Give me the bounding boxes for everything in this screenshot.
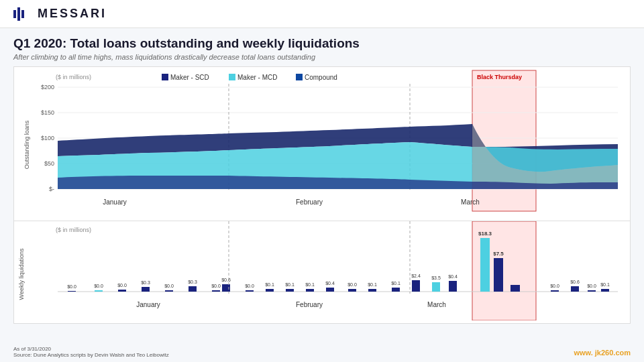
svg-rect-51	[266, 289, 274, 292]
footer: As of 3/31/2020 Source: Dune Analytics s…	[13, 346, 169, 358]
svg-rect-53	[286, 289, 294, 292]
svg-rect-33	[68, 291, 76, 292]
svg-rect-76	[551, 290, 559, 292]
svg-text:$3.5: $3.5	[431, 276, 441, 280]
svg-text:January: January	[103, 198, 127, 206]
svg-text:$0.3: $0.3	[188, 280, 197, 284]
page: MESSARI Q1 2020: Total loans outstanding…	[0, 0, 644, 362]
svg-rect-71	[480, 238, 490, 292]
logo-icon	[13, 7, 32, 21]
svg-rect-6	[229, 74, 235, 80]
svg-text:$0.3: $0.3	[141, 280, 150, 285]
svg-text:$0.0: $0.0	[94, 284, 103, 288]
svg-rect-82	[601, 289, 609, 292]
svg-text:March: March	[427, 301, 446, 308]
svg-text:$0.0: $0.0	[117, 283, 127, 288]
svg-text:$2.4: $2.4	[411, 274, 421, 278]
chart-subtitle: After climbing to all time highs, mass l…	[13, 53, 631, 61]
svg-text:$7.5: $7.5	[493, 251, 504, 257]
svg-text:Maker - MCD: Maker - MCD	[237, 74, 277, 81]
y-axis-label: Outstanding loans	[23, 120, 30, 169]
svg-rect-37	[118, 290, 126, 292]
svg-text:$150: $150	[41, 109, 54, 116]
svg-text:$0.4: $0.4	[448, 274, 458, 279]
svg-rect-63	[392, 288, 400, 292]
svg-rect-65	[412, 280, 420, 292]
svg-rect-67	[432, 282, 440, 292]
svg-rect-80	[588, 290, 596, 292]
svg-text:$0.6: $0.6	[221, 278, 231, 282]
svg-rect-59	[348, 289, 356, 292]
svg-rect-4	[162, 74, 168, 80]
svg-text:Maker - SCD: Maker - SCD	[170, 74, 209, 81]
svg-text:Black Thursday: Black Thursday	[477, 74, 522, 80]
svg-text:$0.1: $0.1	[305, 282, 315, 287]
weekly-chart: Weekly liquidations ($ in millions) $0.0…	[14, 221, 631, 320]
svg-text:Compound: Compound	[305, 74, 337, 81]
svg-text:$0.0: $0.0	[245, 284, 254, 288]
svg-rect-41	[165, 290, 173, 292]
footer-date: As of 3/31/2020	[13, 346, 169, 352]
svg-text:$0.0: $0.0	[347, 282, 357, 287]
logo-text: MESSARI	[38, 7, 107, 21]
main-content: Q1 2020: Total loans outstanding and wee…	[0, 28, 644, 329]
svg-text:January: January	[136, 301, 160, 308]
svg-rect-73	[494, 258, 503, 292]
logo: MESSARI	[13, 7, 107, 21]
svg-text:$-: $-	[49, 186, 54, 192]
svg-text:$50: $50	[44, 160, 54, 167]
svg-rect-10	[472, 70, 536, 211]
svg-rect-78	[571, 286, 579, 292]
svg-text:$0.0: $0.0	[550, 284, 559, 288]
svg-text:February: February	[296, 301, 323, 308]
svg-rect-8	[296, 74, 303, 80]
svg-text:$0.1: $0.1	[391, 281, 400, 286]
svg-rect-45	[212, 290, 220, 292]
svg-text:$0.6: $0.6	[570, 280, 580, 284]
svg-text:$0.1: $0.1	[368, 282, 377, 287]
footer-source: Source: Dune Analytics scripts by Devin …	[13, 352, 169, 358]
svg-text:$0.0: $0.0	[164, 284, 174, 288]
svg-text:$0.0: $0.0	[587, 284, 596, 288]
svg-text:$0.1: $0.1	[265, 282, 274, 287]
svg-text:$0.1: $0.1	[600, 282, 610, 287]
watermark: www. jk260.com	[574, 349, 631, 357]
chart-title: Q1 2020: Total loans outstanding and wee…	[13, 36, 631, 51]
svg-rect-55	[306, 289, 314, 292]
svg-text:$0.1: $0.1	[285, 282, 294, 287]
svg-text:$100: $100	[41, 135, 54, 141]
svg-text:February: February	[296, 198, 323, 206]
header: MESSARI	[0, 0, 644, 28]
svg-rect-43	[189, 286, 197, 292]
svg-rect-0	[13, 10, 16, 18]
svg-rect-57	[326, 288, 334, 292]
svg-rect-39	[142, 287, 150, 292]
area-chart: Outstanding loans ($ in millions) Maker …	[14, 67, 631, 218]
svg-rect-69	[449, 281, 457, 292]
svg-rect-2	[21, 10, 24, 18]
svg-text:$0.0: $0.0	[211, 284, 221, 288]
svg-text:March: March	[461, 198, 480, 206]
svg-rect-35	[95, 290, 103, 292]
svg-text:($ in millions): ($ in millions)	[56, 74, 91, 80]
svg-text:$18.3: $18.3	[478, 231, 492, 237]
svg-rect-75	[511, 285, 520, 292]
svg-text:$200: $200	[41, 84, 54, 90]
svg-rect-61	[368, 289, 376, 292]
svg-text:$0.0: $0.0	[67, 284, 76, 289]
svg-text:($ in millions): ($ in millions)	[56, 227, 91, 233]
svg-text:$0.4: $0.4	[325, 281, 335, 286]
svg-rect-1	[17, 7, 20, 21]
svg-text:Weekly liquidations: Weekly liquidations	[18, 248, 25, 300]
svg-rect-49	[246, 290, 254, 292]
